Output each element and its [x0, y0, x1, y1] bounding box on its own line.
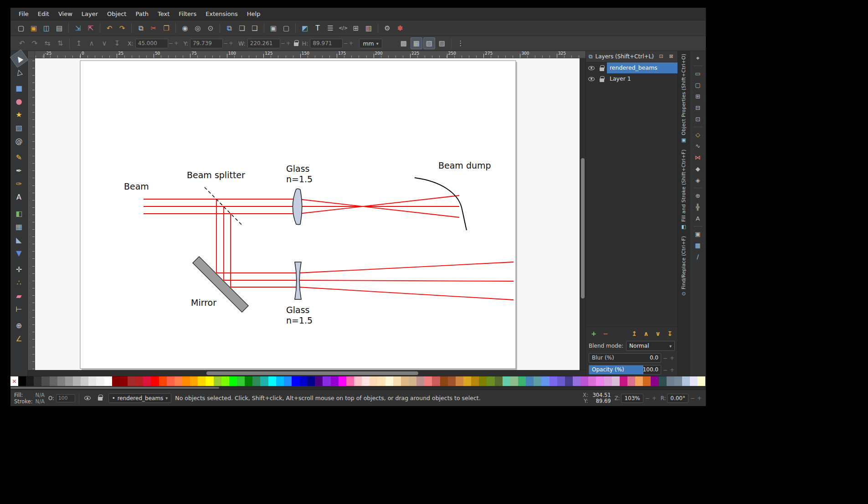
color-swatch[interactable]	[612, 376, 620, 386]
color-swatch[interactable]	[370, 376, 377, 386]
layer-visibility-toggle[interactable]	[586, 73, 596, 84]
paint-bucket-tool[interactable]: ▼	[12, 247, 26, 260]
layer-row[interactable]: Layer 1	[586, 73, 678, 84]
box3d-tool[interactable]: ▧	[12, 121, 26, 134]
color-swatch[interactable]	[557, 376, 565, 386]
color-swatch[interactable]	[588, 376, 596, 386]
duplicate-icon[interactable]: ⧉	[223, 22, 235, 34]
transform-stroke-toggle-icon[interactable]: ▨	[436, 37, 448, 49]
palette-scrollbar[interactable]	[10, 386, 706, 390]
color-swatch[interactable]	[495, 376, 503, 386]
lower-layer-button[interactable]: ∨	[653, 329, 663, 339]
rotation-input[interactable]: 0.00°	[667, 394, 688, 403]
color-swatch[interactable]	[50, 376, 57, 386]
color-swatch[interactable]	[167, 376, 175, 386]
color-swatch[interactable]	[651, 376, 658, 386]
calligraphy-tool[interactable]: ✑	[12, 177, 26, 190]
menu-object[interactable]: Object	[103, 8, 131, 20]
snap-intersections-icon[interactable]: ⋈	[693, 152, 704, 163]
color-swatch[interactable]	[276, 376, 284, 386]
color-swatch[interactable]	[57, 376, 65, 386]
menu-view[interactable]: View	[54, 8, 77, 20]
color-swatch[interactable]	[354, 376, 362, 386]
color-swatch[interactable]	[416, 376, 424, 386]
layer-name[interactable]: Layer 1	[607, 73, 678, 84]
color-swatch[interactable]	[120, 376, 128, 386]
zoom-tool[interactable]: ⊕	[12, 319, 26, 332]
remove-layer-button[interactable]: −	[601, 329, 611, 339]
gradient-tool[interactable]: ◧	[12, 207, 26, 220]
color-swatch[interactable]	[503, 376, 510, 386]
spray-tool[interactable]: ∴	[12, 276, 26, 289]
rotate-ccw-button[interactable]: −	[690, 395, 695, 401]
group-icon[interactable]: ▣	[267, 22, 279, 34]
beam-dump-label[interactable]: Beam dump	[438, 160, 491, 170]
x-input[interactable]: 45.000	[135, 39, 168, 48]
vertical-scrollbar-thumb[interactable]	[581, 158, 585, 298]
customize-icon[interactable]: ✽	[394, 22, 406, 34]
snap-bbox-icon[interactable]: ▭	[693, 68, 704, 79]
connector-tool[interactable]: ⊢	[12, 303, 26, 316]
color-swatch[interactable]	[96, 376, 104, 386]
color-swatch[interactable]	[393, 376, 401, 386]
layers-dialog-icon[interactable]: ☰	[324, 22, 336, 34]
opacity-increment-button[interactable]: +	[669, 367, 675, 373]
color-swatch[interactable]	[526, 376, 534, 386]
horizontal-ruler[interactable]: -250255075100125150175200225250275300325	[35, 51, 586, 58]
pen-tool[interactable]: ✒	[12, 164, 26, 177]
color-swatch[interactable]	[448, 376, 456, 386]
copy-icon[interactable]: ⧉	[135, 22, 147, 34]
raise-layer-button[interactable]: ∧	[641, 329, 651, 339]
ellipse-tool[interactable]: ●	[12, 95, 26, 108]
rotate-cw-button[interactable]: +	[697, 395, 702, 401]
color-swatch[interactable]	[377, 376, 385, 386]
color-swatch[interactable]	[424, 376, 432, 386]
new-document-icon[interactable]: ▢	[15, 22, 27, 34]
dock-tab[interactable]: Find/Replace (Ctrl+F)⊙	[681, 236, 687, 297]
move-patterns-toggle-icon[interactable]: ▦	[411, 37, 422, 49]
flip-vertical-icon[interactable]: ⇅	[54, 37, 66, 49]
color-swatch[interactable]	[175, 376, 182, 386]
raise-icon[interactable]: ∧	[86, 37, 98, 49]
raise-layer-top-button[interactable]: ↥	[629, 329, 639, 339]
color-swatch[interactable]	[339, 376, 346, 386]
menu-edit[interactable]: Edit	[33, 8, 54, 20]
fill-stroke-dialog-icon[interactable]: ◩	[299, 22, 311, 34]
zoom-drawing-icon[interactable]: ◉	[179, 22, 191, 34]
color-swatch[interactable]	[604, 376, 612, 386]
layer-visibility-toggle[interactable]	[586, 62, 596, 73]
layer-lock-toggle[interactable]	[596, 62, 607, 73]
align-distribute-icon[interactable]: ⊞	[350, 22, 362, 34]
color-swatch[interactable]	[268, 376, 276, 386]
horizontal-scrollbar-thumb[interactable]	[206, 371, 418, 375]
color-swatch[interactable]	[307, 376, 315, 386]
color-swatch[interactable]	[73, 376, 81, 386]
color-swatch[interactable]	[151, 376, 159, 386]
color-swatch[interactable]	[260, 376, 268, 386]
color-swatch[interactable]	[401, 376, 409, 386]
color-swatch[interactable]	[682, 376, 690, 386]
export-icon[interactable]: ⇱	[85, 22, 97, 34]
convex-lens[interactable]	[293, 189, 302, 224]
ruler-corner[interactable]	[28, 51, 35, 58]
add-layer-button[interactable]: +	[589, 329, 599, 339]
print-icon[interactable]: ▤	[53, 22, 65, 34]
color-swatch[interactable]	[659, 376, 667, 386]
redo-icon[interactable]: ↷	[116, 22, 128, 34]
snap-guide-icon[interactable]: ∕	[693, 252, 704, 262]
color-swatch[interactable]	[205, 376, 213, 386]
rotate-cw-icon[interactable]: ↷	[29, 37, 41, 49]
glass-top-index-label[interactable]: n=1.5	[286, 174, 313, 184]
color-swatch[interactable]	[41, 376, 49, 386]
color-swatch[interactable]	[432, 376, 440, 386]
color-swatch[interactable]	[18, 376, 26, 386]
color-swatch[interactable]	[214, 376, 221, 386]
y-increment-button[interactable]: +	[228, 40, 234, 46]
menu-path[interactable]: Path	[131, 8, 153, 20]
spiral-tool[interactable]: @	[12, 134, 26, 148]
dock-tab[interactable]: Object Properties (Shift+Ctrl+O)▣	[681, 54, 687, 143]
menu-extensions[interactable]: Extensions	[201, 8, 242, 20]
color-swatch[interactable]	[573, 376, 580, 386]
document-properties-icon[interactable]: ▥	[363, 22, 375, 34]
zoom-page-icon[interactable]: ◎	[192, 22, 204, 34]
